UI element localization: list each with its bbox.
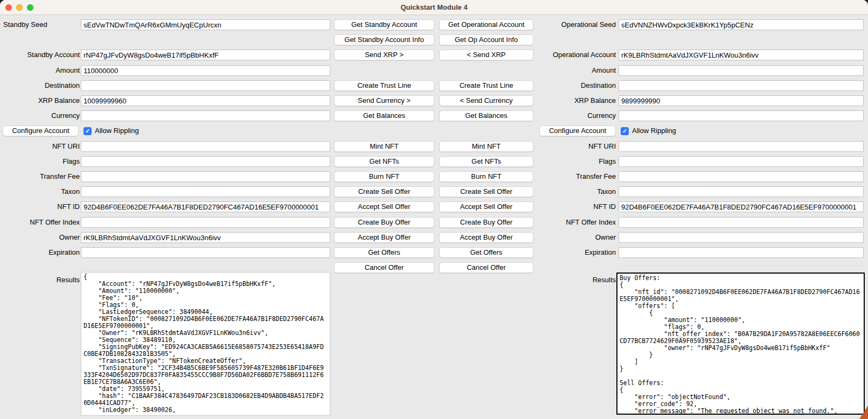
operational-taxon-label: Taxon bbox=[539, 186, 616, 197]
operational-nft-offer-index-label: NFT Offer Index bbox=[539, 217, 616, 228]
standby-nft-uri-input[interactable] bbox=[81, 141, 330, 152]
get-offers-button-operational[interactable]: Get Offers bbox=[439, 247, 533, 258]
send-xrp-left-button[interactable]: < Send XRP bbox=[439, 50, 533, 60]
traffic-lights bbox=[5, 4, 33, 11]
standby-taxon-input[interactable] bbox=[81, 186, 330, 197]
operational-nft-uri-label: NFT URI bbox=[539, 141, 616, 152]
close-button-icon[interactable] bbox=[5, 4, 12, 11]
standby-amount-label: Amount bbox=[3, 65, 80, 76]
standby-nft-offer-index-input[interactable] bbox=[81, 217, 330, 228]
standby-expiration-label: Expiration bbox=[3, 247, 80, 258]
operational-currency-input[interactable] bbox=[619, 110, 864, 121]
standby-results-textarea[interactable]: { "Account": "rNP47gJFvDyW8gsDo4weB17if5… bbox=[81, 272, 330, 416]
create-sell-offer-button-operational[interactable]: Create Sell Offer bbox=[439, 186, 533, 197]
standby-flags-input[interactable] bbox=[81, 156, 330, 167]
operational-account-input[interactable] bbox=[619, 50, 864, 60]
operational-seed-label: Operational Seed bbox=[539, 19, 616, 30]
accept-buy-offer-button-standby[interactable]: Accept Buy Offer bbox=[334, 232, 434, 243]
accept-buy-offer-button-operational[interactable]: Accept Buy Offer bbox=[439, 232, 533, 243]
get-nfts-button-standby[interactable]: Get NFTs bbox=[334, 156, 434, 167]
standby-amount-input[interactable] bbox=[81, 65, 330, 76]
get-balances-button-standby[interactable]: Get Balances bbox=[334, 110, 434, 121]
mint-nft-button-standby[interactable]: Mint NFT bbox=[334, 141, 434, 152]
minimize-button-icon[interactable] bbox=[16, 4, 23, 11]
operational-nft-id-input[interactable] bbox=[619, 201, 864, 212]
operational-allow-rippling-checkbox[interactable] bbox=[621, 127, 629, 135]
operational-nft-offer-index-input[interactable] bbox=[619, 217, 864, 228]
accept-sell-offer-button-standby[interactable]: Accept Sell Offer bbox=[334, 201, 434, 212]
window-title: Quickstart Module 4 bbox=[0, 0, 868, 15]
operational-seed-input[interactable] bbox=[619, 19, 864, 30]
operational-destination-label: Destination bbox=[539, 80, 616, 91]
create-trust-line-button-standby[interactable]: Create Trust Line bbox=[334, 80, 434, 91]
operational-results-label: Results bbox=[539, 275, 616, 285]
operational-destination-input[interactable] bbox=[619, 80, 864, 91]
create-trust-line-button-operational[interactable]: Create Trust Line bbox=[439, 80, 533, 91]
standby-seed-label: Standby Seed bbox=[3, 19, 80, 30]
burn-nft-button-operational[interactable]: Burn NFT bbox=[439, 171, 533, 182]
operational-transfer-fee-input[interactable] bbox=[619, 171, 864, 182]
standby-xrp-balance-input[interactable] bbox=[81, 95, 330, 106]
operational-nft-id-label: NFT ID bbox=[539, 201, 616, 212]
create-buy-offer-button-standby[interactable]: Create Buy Offer bbox=[334, 217, 434, 228]
zoom-button-icon[interactable] bbox=[27, 4, 33, 11]
standby-results-label: Results bbox=[3, 275, 80, 285]
standby-xrp-balance-label: XRP Balance bbox=[3, 95, 80, 106]
operational-currency-label: Currency bbox=[539, 110, 616, 121]
operational-flags-label: Flags bbox=[539, 156, 616, 167]
standby-account-input[interactable] bbox=[81, 50, 330, 60]
operational-nft-uri-input[interactable] bbox=[619, 141, 864, 152]
standby-nft-offer-index-label: NFT Offer Index bbox=[3, 217, 80, 228]
standby-configure-account-button[interactable]: Configure Account bbox=[3, 125, 79, 136]
operational-owner-input[interactable] bbox=[619, 232, 864, 243]
standby-seed-input[interactable] bbox=[81, 19, 330, 30]
get-offers-button-standby[interactable]: Get Offers bbox=[334, 247, 434, 258]
standby-account-label: Standby Account bbox=[3, 50, 80, 60]
accept-sell-offer-button-operational[interactable]: Accept Sell Offer bbox=[439, 201, 533, 212]
operational-configure-account-button[interactable]: Configure Account bbox=[539, 125, 616, 136]
send-currency-left-button[interactable]: < Send Currency bbox=[439, 95, 533, 106]
standby-transfer-fee-label: Transfer Fee bbox=[3, 171, 80, 182]
standby-flags-label: Flags bbox=[3, 156, 80, 167]
create-buy-offer-button-operational[interactable]: Create Buy Offer bbox=[439, 217, 533, 228]
operational-owner-label: Owner bbox=[539, 232, 616, 243]
app-window: Quickstart Module 4 Standby Seed Standby… bbox=[0, 0, 868, 419]
standby-allow-rippling-checkbox[interactable] bbox=[84, 127, 92, 135]
operational-allow-rippling-label: Allow Rippling bbox=[632, 125, 676, 136]
cancel-offer-button-standby[interactable]: Cancel Offer bbox=[334, 262, 434, 273]
standby-nft-uri-label: NFT URI bbox=[3, 141, 80, 152]
get-nfts-button-operational[interactable]: Get NFTs bbox=[439, 156, 533, 167]
standby-expiration-input[interactable] bbox=[81, 247, 330, 258]
standby-owner-input[interactable] bbox=[81, 232, 330, 243]
title-bar: Quickstart Module 4 bbox=[0, 0, 868, 15]
create-sell-offer-button-standby[interactable]: Create Sell Offer bbox=[334, 186, 434, 197]
get-op-account-info-button[interactable]: Get Op Account Info bbox=[439, 34, 533, 45]
standby-taxon-label: Taxon bbox=[3, 186, 80, 197]
standby-allow-rippling-label: Allow Rippling bbox=[95, 125, 139, 136]
operational-amount-label: Amount bbox=[539, 65, 616, 76]
standby-owner-label: Owner bbox=[3, 232, 80, 243]
get-standby-account-button[interactable]: Get Standby Account bbox=[334, 19, 434, 30]
standby-transfer-fee-input[interactable] bbox=[81, 171, 330, 182]
operational-flags-input[interactable] bbox=[619, 156, 864, 167]
cancel-offer-button-operational[interactable]: Cancel Offer bbox=[439, 262, 533, 273]
send-xrp-right-button[interactable]: Send XRP > bbox=[334, 50, 434, 60]
get-operational-account-button[interactable]: Get Operational Account bbox=[439, 19, 533, 30]
operational-xrp-balance-label: XRP Balance bbox=[539, 95, 616, 106]
mint-nft-button-operational[interactable]: Mint NFT bbox=[439, 141, 533, 152]
operational-amount-input[interactable] bbox=[619, 65, 864, 76]
operational-results-textarea[interactable]: Buy Offers: { "nft_id": "0008271092D4B6F… bbox=[616, 273, 865, 415]
operational-taxon-input[interactable] bbox=[619, 186, 864, 197]
standby-nft-id-label: NFT ID bbox=[3, 201, 80, 212]
standby-nft-id-input[interactable] bbox=[81, 201, 330, 212]
get-balances-button-operational[interactable]: Get Balances bbox=[439, 110, 533, 121]
standby-currency-input[interactable] bbox=[81, 110, 330, 121]
burn-nft-button-standby[interactable]: Burn NFT bbox=[334, 171, 434, 182]
operational-xrp-balance-input[interactable] bbox=[619, 95, 864, 106]
standby-destination-input[interactable] bbox=[81, 80, 330, 91]
operational-expiration-label: Expiration bbox=[539, 247, 616, 258]
operational-transfer-fee-label: Transfer Fee bbox=[539, 171, 616, 182]
operational-expiration-input[interactable] bbox=[619, 247, 864, 258]
send-currency-right-button[interactable]: Send Currency > bbox=[334, 95, 434, 106]
get-standby-account-info-button[interactable]: Get Standby Account Info bbox=[334, 34, 434, 45]
